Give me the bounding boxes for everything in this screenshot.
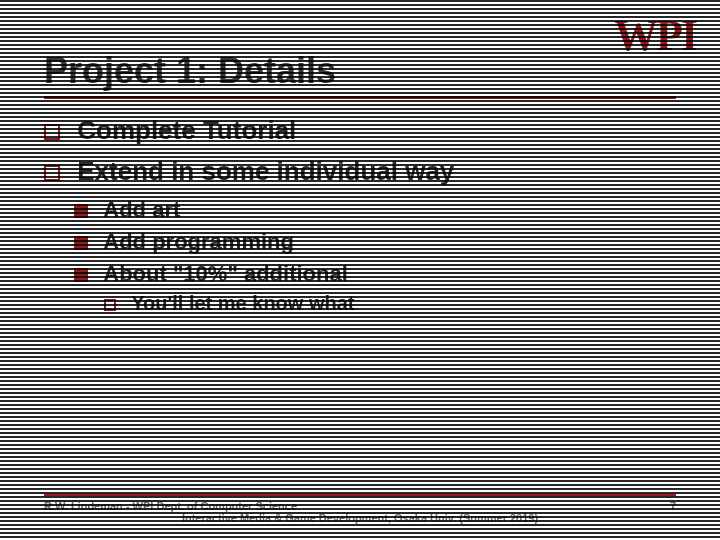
wpi-logo: WPI — [614, 10, 696, 61]
bullet-text: About "10%" additional — [103, 261, 348, 286]
bullet-item: Extend in some individual way — [44, 154, 676, 189]
square-outline-icon — [44, 165, 60, 181]
bullet-item: About "10%" additional — [74, 259, 676, 289]
square-outline-icon — [44, 124, 60, 140]
footer-rule — [44, 494, 676, 496]
slide: WPI Project 1: Details Complete Tutorial… — [0, 0, 720, 540]
bullet-text: Add art — [103, 197, 180, 222]
square-solid-icon — [74, 236, 88, 250]
bullet-text: Extend in some individual way — [77, 156, 454, 186]
footer-course: Interactive Media & Game Development, Os… — [44, 512, 676, 524]
bullet-text: Add programming — [103, 229, 294, 254]
page-number: 7 — [670, 500, 676, 512]
bullet-text: You'll let me know what — [131, 292, 354, 314]
footer-author: R.W. Lindeman - WPI Dept. of Computer Sc… — [44, 500, 676, 512]
slide-footer: R.W. Lindeman - WPI Dept. of Computer Sc… — [44, 494, 676, 524]
bullet-text: Complete Tutorial — [77, 115, 296, 145]
square-solid-icon — [74, 204, 88, 218]
bullet-item: Add art — [74, 195, 676, 225]
bullet-item: You'll let me know what — [104, 290, 676, 317]
bullet-item: Complete Tutorial — [44, 113, 676, 148]
slide-title: Project 1: Details — [44, 50, 676, 92]
title-rule — [44, 96, 676, 99]
square-outline-icon — [104, 299, 116, 311]
square-solid-icon — [74, 268, 88, 282]
bullet-item: Add programming — [74, 227, 676, 257]
slide-content: Complete Tutorial Extend in some individ… — [44, 113, 676, 317]
